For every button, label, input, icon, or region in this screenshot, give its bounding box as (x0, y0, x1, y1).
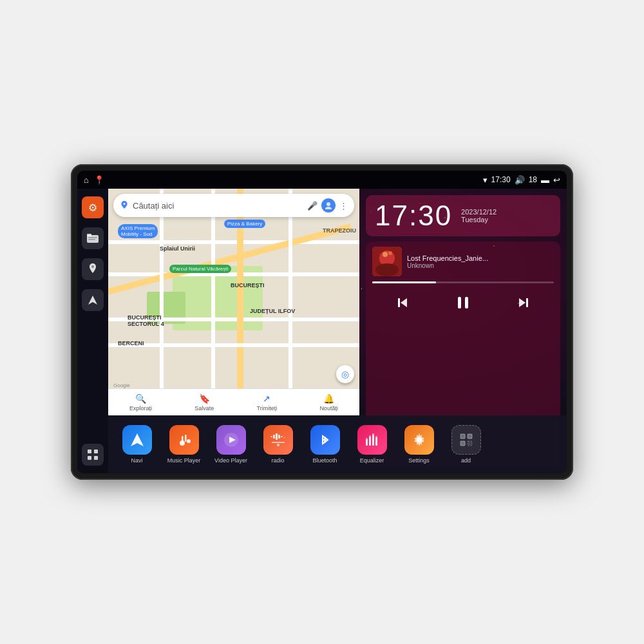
svg-rect-29 (182, 436, 184, 444)
add-icon (451, 425, 481, 455)
mic-icon[interactable]: 🎤 (307, 201, 317, 211)
app-add[interactable]: add (445, 425, 487, 464)
app-equalizer[interactable]: Equalizer (351, 425, 393, 464)
map-search-bar[interactable]: Căutați aici 🎤 ⋮ (113, 194, 354, 217)
map-icon[interactable]: 📍 (94, 175, 104, 185)
music-progress-fill (372, 281, 436, 283)
map-tab-share-label: Trimiteți (257, 405, 278, 412)
settings-icon (404, 425, 434, 455)
svg-point-39 (277, 444, 279, 446)
radio-label: radio (271, 457, 284, 464)
clock-date: 2023/12/12 Tuesday (461, 208, 497, 223)
music-progress-bar[interactable] (372, 281, 554, 283)
svg-rect-45 (372, 433, 374, 435)
map-tab-share[interactable]: ↗ Trimiteți (257, 393, 278, 412)
clock-time: 17:30 (375, 202, 452, 230)
svg-rect-42 (369, 437, 371, 446)
map-search-input[interactable]: Căutați aici (133, 201, 303, 211)
svg-rect-7 (94, 450, 98, 453)
svg-marker-25 (131, 433, 144, 446)
music-controls (372, 289, 554, 317)
sidebar-folder[interactable] (82, 227, 104, 249)
sidebar-settings[interactable]: ⚙ (82, 196, 104, 218)
svg-rect-24 (526, 298, 528, 307)
bluetooth-icon (310, 425, 340, 455)
svg-rect-37 (283, 437, 285, 438)
svg-rect-43 (369, 435, 371, 437)
music-next-button[interactable] (512, 291, 535, 314)
battery-icon: ▬ (541, 175, 549, 185)
poi-pizza: Pizza & Bakery (224, 220, 265, 228)
share-icon: ↗ (263, 393, 270, 404)
music-album-art (372, 247, 402, 276)
svg-rect-51 (460, 441, 465, 446)
svg-rect-36 (281, 436, 283, 437)
svg-rect-22 (465, 297, 468, 308)
radio-icon (263, 425, 293, 455)
map-container[interactable]: BUCUREȘTISECTORUL 4 BUCUREȘTI JUDEȚUL IL… (108, 189, 359, 415)
svg-rect-33 (273, 435, 275, 439)
svg-rect-50 (468, 434, 472, 439)
signal-strength: 18 (529, 175, 537, 184)
app-grid: Navi Music Player (108, 415, 567, 473)
bluetooth-label: Bluetooth (312, 457, 337, 464)
equalizer-icon (357, 425, 387, 455)
user-avatar[interactable] (321, 198, 336, 213)
map-tab-explore[interactable]: 🔍 Explorați (129, 393, 152, 412)
svg-point-13 (325, 207, 332, 209)
explore-icon: 🔍 (135, 393, 146, 404)
music-player-label: Music Player (167, 457, 201, 464)
svg-rect-34 (276, 433, 278, 440)
music-details: Lost Frequencies_Janie... Unknown (407, 254, 554, 269)
map-tab-saved-label: Salvate (194, 405, 214, 412)
app-music-player[interactable]: Music Player (163, 425, 205, 464)
back-icon[interactable]: ↩ (553, 175, 560, 185)
svg-rect-1 (87, 234, 91, 236)
map-tab-explore-label: Explorați (129, 405, 152, 412)
app-settings[interactable]: Settings (398, 425, 440, 464)
app-bluetooth[interactable]: Bluetooth (304, 425, 346, 464)
music-player-icon (169, 425, 199, 455)
sidebar: ⚙ (77, 189, 108, 473)
svg-point-12 (327, 202, 330, 206)
svg-rect-44 (372, 435, 374, 446)
google-logo: Google (113, 383, 130, 388)
svg-marker-19 (401, 298, 407, 307)
map-tab-saved[interactable]: 🔖 Salvate (194, 393, 214, 412)
svg-rect-40 (366, 439, 368, 446)
map-tab-news-label: Noutăți (319, 405, 338, 412)
home-icon[interactable]: ⌂ (84, 175, 89, 185)
svg-rect-8 (88, 456, 91, 460)
app-navi[interactable]: Navi (116, 425, 158, 464)
svg-marker-23 (519, 298, 526, 307)
svg-rect-2 (88, 237, 97, 238)
music-pause-button[interactable] (451, 291, 475, 314)
sidebar-nav[interactable] (82, 289, 104, 311)
device-frame: ⌂ 📍 ▾ 17:30 🔊 18 ▬ ↩ (71, 164, 573, 480)
map-tab-news[interactable]: 🔔 Noutăți (319, 393, 338, 412)
svg-rect-52 (468, 441, 472, 446)
app-video-player[interactable]: Video Player (210, 425, 252, 464)
map-location-button[interactable]: ◎ (336, 365, 354, 383)
volume-icon: 🔊 (515, 175, 525, 185)
svg-rect-46 (375, 437, 377, 446)
google-maps-icon (120, 200, 129, 211)
clock-day: Tuesday (461, 216, 497, 223)
music-title: Lost Frequencies_Janie... (407, 254, 554, 262)
navi-icon (122, 425, 152, 455)
svg-point-17 (383, 252, 388, 257)
music-prev-button[interactable] (391, 291, 414, 314)
svg-rect-47 (375, 436, 377, 438)
svg-rect-32 (270, 436, 272, 437)
sidebar-map[interactable] (82, 258, 104, 280)
navi-label: Navi (131, 457, 142, 464)
map-tiles: BUCUREȘTISECTORUL 4 BUCUREȘTI JUDEȚUL IL… (108, 189, 359, 415)
map-settings-icon[interactable]: ⋮ (339, 201, 348, 211)
map-bottom-tabs: 🔍 Explorați 🔖 Salvate ↗ Trimiteți 🔔 Nout… (108, 388, 359, 415)
svg-point-11 (124, 203, 126, 205)
wifi-icon: ▾ (483, 175, 488, 185)
sidebar-grid[interactable] (82, 444, 104, 466)
status-time: 17:30 (491, 175, 511, 184)
settings-label: Settings (408, 457, 430, 464)
app-radio[interactable]: radio (257, 425, 299, 464)
